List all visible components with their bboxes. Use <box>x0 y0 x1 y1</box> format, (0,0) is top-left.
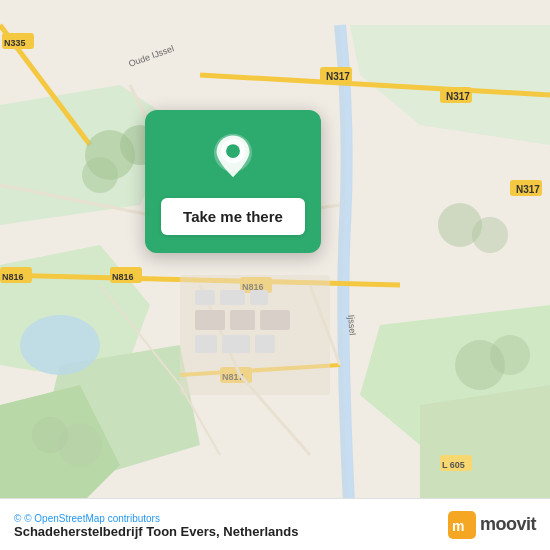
svg-point-63 <box>226 144 240 158</box>
location-card: Take me there <box>145 110 321 253</box>
osm-attribution: © © OpenStreetMap contributors <box>14 513 298 524</box>
svg-point-60 <box>32 417 68 453</box>
svg-point-58 <box>490 335 530 375</box>
svg-text:N816: N816 <box>2 272 24 282</box>
map-background: N317 N317 N317 N816 N816 N816 N335 Oude … <box>0 0 550 550</box>
take-me-there-button[interactable]: Take me there <box>161 198 305 235</box>
svg-text:Ijssel: Ijssel <box>346 314 358 335</box>
svg-point-51 <box>20 315 100 375</box>
svg-point-56 <box>472 217 508 253</box>
svg-text:N335: N335 <box>4 38 26 48</box>
svg-rect-44 <box>250 290 268 305</box>
map-container: N317 N317 N317 N816 N816 N816 N335 Oude … <box>0 0 550 550</box>
svg-text:N816: N816 <box>112 272 134 282</box>
bottom-left-info: © © OpenStreetMap contributors Schadeher… <box>14 511 298 539</box>
location-name: Schadeherstelbedrijf Toon Evers, Netherl… <box>14 524 298 539</box>
svg-rect-49 <box>222 335 250 353</box>
svg-rect-42 <box>195 290 215 305</box>
moovit-logo-icon: m <box>448 511 476 539</box>
svg-rect-50 <box>255 335 275 353</box>
svg-rect-46 <box>230 310 255 330</box>
svg-rect-43 <box>220 290 245 305</box>
moovit-text: moovit <box>480 514 536 535</box>
svg-rect-45 <box>195 310 225 330</box>
bottom-bar: © © OpenStreetMap contributors Schadeher… <box>0 498 550 550</box>
svg-text:L 605: L 605 <box>442 460 465 470</box>
attribution-text: © OpenStreetMap contributors <box>24 513 160 524</box>
svg-text:N317: N317 <box>446 91 470 102</box>
svg-rect-48 <box>195 335 217 353</box>
osm-icon: © <box>14 513 21 524</box>
svg-point-54 <box>82 157 118 193</box>
svg-rect-47 <box>260 310 290 330</box>
svg-text:N317: N317 <box>516 184 540 195</box>
svg-text:N317: N317 <box>326 71 350 82</box>
pin-icon <box>207 132 259 184</box>
svg-text:m: m <box>452 518 464 534</box>
moovit-logo: m moovit <box>448 511 536 539</box>
